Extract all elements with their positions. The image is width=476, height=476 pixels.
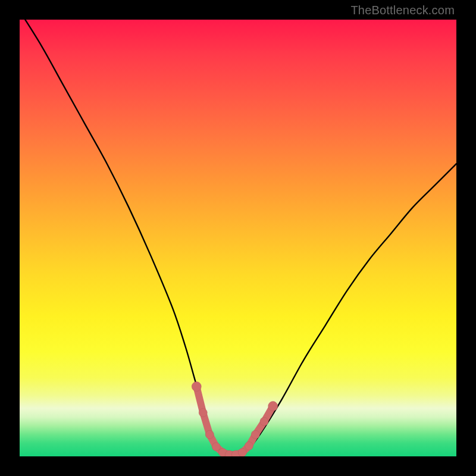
optimum-marker <box>260 417 268 425</box>
chart-frame: TheBottleneck.com <box>0 0 476 476</box>
bottleneck-curve-svg <box>20 20 456 456</box>
optimum-marker <box>205 430 214 439</box>
bottleneck-curve-line <box>20 20 456 455</box>
optimum-marker <box>268 402 278 411</box>
optimum-marker <box>212 443 220 451</box>
optimum-marker <box>199 409 207 417</box>
optimum-marker <box>251 430 259 439</box>
optimum-marker <box>245 441 253 450</box>
optimum-marker <box>238 448 246 456</box>
optimum-marker <box>192 382 201 392</box>
attribution-label: TheBottleneck.com <box>350 4 455 17</box>
